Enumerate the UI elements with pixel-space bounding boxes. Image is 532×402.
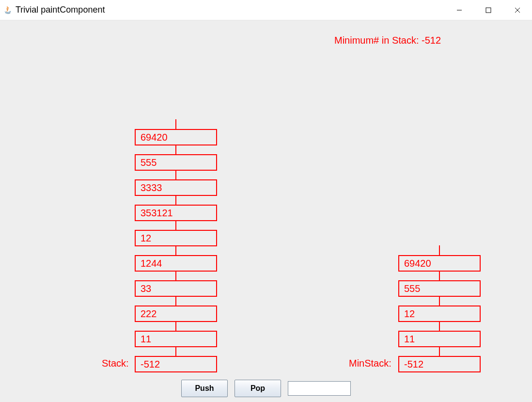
stack-cell: 69420 (135, 129, 217, 145)
minimum-status-value: -512 (422, 35, 441, 46)
minstack-cell: 11 (398, 331, 481, 347)
minstack-cell: 69420 (398, 255, 481, 272)
stack-top-connector (175, 119, 176, 129)
minstack-connector (439, 347, 440, 356)
stack-column: 6942055533333531211212443322211-512 (135, 119, 217, 372)
stack-cell: -512 (135, 356, 217, 372)
java-icon (3, 5, 13, 15)
stack-label: Stack: (102, 358, 129, 369)
stack-cell: 33 (135, 280, 217, 297)
stack-cell: 1244 (135, 255, 217, 272)
stack-cell: 222 (135, 306, 217, 322)
stack-connector (175, 322, 176, 331)
close-button[interactable] (503, 0, 532, 20)
minimum-status-label: Minimum# in Stack: (334, 35, 422, 46)
minstack-connector (439, 297, 440, 306)
stack-cell: 11 (135, 331, 217, 347)
minstack-connector (439, 322, 440, 331)
controls-bar: Push Pop (0, 380, 532, 397)
stack-connector (175, 347, 176, 356)
svg-rect-1 (486, 8, 491, 13)
stack-cell: 555 (135, 154, 217, 171)
stack-cell: 12 (135, 230, 217, 246)
stack-cell: 353121 (135, 205, 217, 221)
stack-connector (175, 171, 176, 179)
pop-button[interactable]: Pop (235, 380, 281, 397)
maximize-button[interactable] (474, 0, 503, 20)
stack-connector (175, 196, 176, 205)
window-titlebar: Trivial paintComponent (0, 0, 532, 20)
minstack-top-connector (439, 245, 440, 255)
minstack-cell: 555 (398, 280, 481, 297)
window-controls (445, 0, 532, 20)
minstack-column: 694205551211-512 (398, 245, 481, 372)
stack-connector (175, 297, 176, 306)
stack-cell: 3333 (135, 179, 217, 196)
push-button[interactable]: Push (181, 380, 228, 397)
stack-connector (175, 246, 176, 255)
minstack-label: MinStack: (349, 358, 391, 369)
content-panel: Minimum# in Stack: -512 Stack: MinStack:… (0, 20, 532, 402)
minstack-cell: 12 (398, 306, 481, 322)
minstack-cell: -512 (398, 356, 481, 372)
stack-connector (175, 145, 176, 154)
minimum-status: Minimum# in Stack: -512 (334, 35, 441, 46)
minimize-button[interactable] (445, 0, 474, 20)
stack-connector (175, 272, 176, 280)
value-input[interactable] (288, 381, 351, 396)
stack-connector (175, 221, 176, 230)
window-title: Trivial paintComponent (16, 5, 105, 15)
minstack-connector (439, 272, 440, 280)
